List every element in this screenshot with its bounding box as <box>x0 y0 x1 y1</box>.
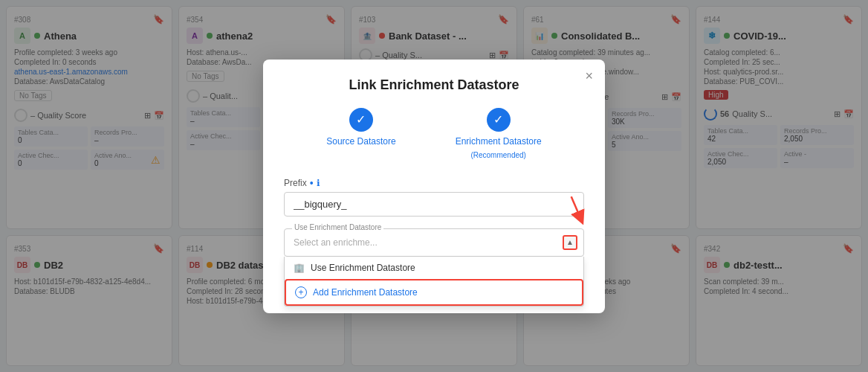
step-source-circle: ✓ <box>349 108 373 132</box>
step-enrichment-circle: ✓ <box>487 108 511 132</box>
modal-dialog: × Link Enrichment Datastore ✓ Source Dat… <box>263 60 605 313</box>
enrichment-form-group: Use Enrichment Datastore Select an enric… <box>284 228 584 257</box>
step-enrichment: ✓ Enrichment Datastore (Recommended) <box>456 108 542 159</box>
annotation-arrow <box>559 193 596 231</box>
dropdown-arrow-button[interactable]: ▲ <box>563 235 577 250</box>
required-indicator: • <box>310 177 314 189</box>
prefix-label: Prefix • ℹ <box>284 177 584 189</box>
modal-overlay: × Link Enrichment Datastore ✓ Source Dat… <box>0 0 868 372</box>
use-enrichment-item[interactable]: 🏢 Use Enrichment Datastore <box>285 257 583 279</box>
add-enrichment-item[interactable]: + Add Enrichment Datastore <box>285 279 583 306</box>
step-enrichment-label: Enrichment Datastore <box>456 136 542 147</box>
modal-steps: ✓ Source Datastore ✓ Enrichment Datastor… <box>284 108 584 159</box>
prefix-input-container <box>284 192 584 217</box>
info-icon[interactable]: ℹ <box>317 178 320 188</box>
step-enrichment-sublabel: (Recommended) <box>470 151 525 159</box>
add-icon: + <box>295 286 307 298</box>
modal-close-button[interactable]: × <box>585 68 593 84</box>
step-source-label: Source Datastore <box>326 136 395 147</box>
enrichment-dropdown-container: Use Enrichment Datastore Select an enric… <box>284 228 584 257</box>
enrichment-floating-label: Use Enrichment Datastore <box>292 223 383 231</box>
prefix-form-group: Prefix • ℹ <box>284 177 584 217</box>
prefix-input[interactable] <box>284 192 584 217</box>
enrichment-dropdown-inner: Select an enrichme... <box>285 229 583 256</box>
modal-title: Link Enrichment Datastore <box>284 77 584 93</box>
svg-line-0 <box>571 196 581 218</box>
use-enrichment-icon: 🏢 <box>294 263 305 273</box>
enrichment-dropdown-menu: 🏢 Use Enrichment Datastore + Add Enrichm… <box>284 257 584 307</box>
step-source: ✓ Source Datastore <box>326 108 395 159</box>
